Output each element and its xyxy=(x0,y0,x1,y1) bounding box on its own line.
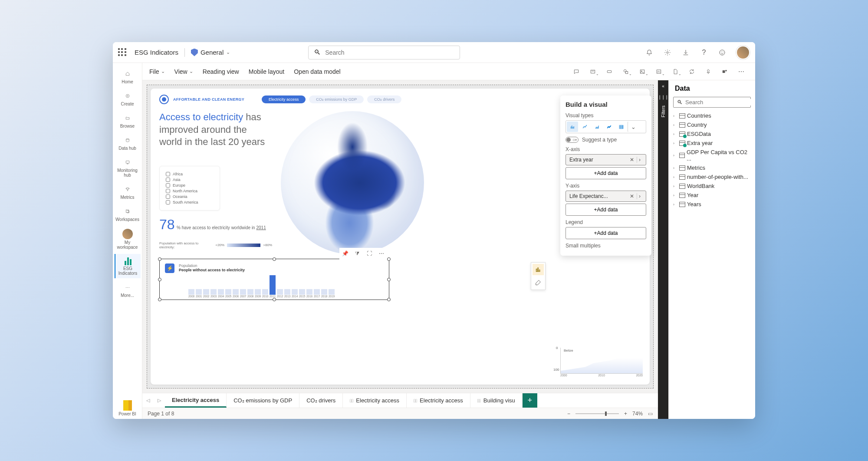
legend-add-data-button[interactable]: +Add data xyxy=(566,227,646,239)
visual-filter-icon[interactable]: ⧩ xyxy=(352,249,362,258)
slicer-item-south-america[interactable]: South America xyxy=(166,200,214,204)
expand-caret-icon[interactable]: › xyxy=(673,202,677,207)
table-item[interactable]: ›Year xyxy=(672,191,752,200)
expand-caret-icon[interactable]: › xyxy=(673,114,677,118)
filters-collapsed-rail[interactable]: « ❘❘❘ Filters xyxy=(658,80,668,419)
page-tab[interactable]: 👁̸Building visu xyxy=(470,393,523,408)
bar[interactable] xyxy=(247,289,253,295)
bar[interactable] xyxy=(203,289,209,295)
expand-caret-icon[interactable]: › xyxy=(673,123,677,127)
zoom-out-button[interactable]: − xyxy=(567,411,570,417)
bar[interactable] xyxy=(240,289,246,295)
page-tab[interactable]: Electricity access xyxy=(165,393,227,408)
pill-co2-gdp[interactable]: CO₂ emissions by GDP xyxy=(309,95,364,103)
bar[interactable] xyxy=(255,289,261,295)
textbox-icon[interactable]: ⌄ xyxy=(586,66,600,78)
visual-icon[interactable]: ⌄ xyxy=(652,66,666,78)
table-item[interactable]: ›number-of-people-with... xyxy=(672,172,752,181)
table-item[interactable]: ›GDP Per Capita vs CO2 ... xyxy=(672,148,752,163)
mini-line-chart[interactable]: 0 Belize 100 200020102020 xyxy=(560,348,643,377)
nav-datahub[interactable]: Data hub xyxy=(115,133,141,153)
visual-more-icon[interactable]: ⋯ xyxy=(377,249,386,258)
nav-create[interactable]: Create xyxy=(115,89,141,109)
zoom-slider[interactable] xyxy=(575,413,619,414)
visual-focus-icon[interactable]: ⛶ xyxy=(365,249,374,258)
remove-field-icon[interactable]: ✕ xyxy=(627,157,637,163)
expand-caret-icon[interactable]: › xyxy=(673,132,677,136)
zoom-in-button[interactable]: + xyxy=(624,411,627,417)
bar-chart-visual-selected[interactable]: 📌 ⧩ ⛶ ⋯ xyxy=(159,259,389,300)
bar[interactable] xyxy=(321,289,327,295)
vistype-line-icon[interactable] xyxy=(579,122,590,132)
expand-caret-icon[interactable]: › xyxy=(673,166,677,170)
page-icon[interactable]: ⌄ xyxy=(668,66,682,78)
bar[interactable] xyxy=(188,289,194,295)
bar[interactable] xyxy=(292,289,298,295)
bar[interactable] xyxy=(270,275,276,295)
overflow-icon[interactable]: ⋯ xyxy=(734,66,748,78)
bar[interactable] xyxy=(299,289,305,295)
slicer-item-oceania[interactable]: Oceania xyxy=(166,194,214,199)
nav-powerbi[interactable]: Power BI xyxy=(115,398,141,419)
notifications-icon[interactable] xyxy=(645,48,654,57)
field-menu-icon[interactable]: › xyxy=(637,193,642,199)
teams-icon[interactable] xyxy=(718,66,732,78)
bar[interactable] xyxy=(329,289,335,295)
vistype-table-icon[interactable] xyxy=(615,122,627,132)
data-search-input[interactable] xyxy=(685,99,755,105)
bar[interactable] xyxy=(306,289,312,295)
table-item[interactable]: ›ESGData xyxy=(672,129,752,138)
fit-page-icon[interactable]: ▭ xyxy=(648,411,653,417)
menu-file[interactable]: File ⌄ xyxy=(149,68,165,75)
app-launcher-icon[interactable] xyxy=(118,48,127,57)
slicer-item-north-america[interactable]: North America xyxy=(166,189,214,193)
image-icon[interactable]: ⌄ xyxy=(635,66,649,78)
slicer-item-europe[interactable]: Europe xyxy=(166,183,214,188)
new-page-button[interactable]: + xyxy=(523,393,537,408)
bar[interactable] xyxy=(210,289,217,295)
slicer-item-africa[interactable]: Africa xyxy=(166,172,214,176)
tab-scroll-right[interactable]: ▷ xyxy=(154,393,165,408)
expand-caret-icon[interactable]: › xyxy=(673,175,677,179)
nav-workspaces[interactable]: Workspaces xyxy=(115,204,141,224)
yaxis-add-data-button[interactable]: +Add data xyxy=(566,204,646,216)
bar[interactable] xyxy=(314,289,320,295)
yaxis-field-well[interactable]: Life Expectanc...✕› xyxy=(566,191,646,202)
format-paint-icon[interactable] xyxy=(533,277,544,288)
vistype-area-icon[interactable] xyxy=(591,122,602,132)
xaxis-add-data-button[interactable]: +Add data xyxy=(566,167,646,179)
data-search-box[interactable]: 🔍︎ xyxy=(673,97,751,108)
nav-metrics[interactable]: Metrics xyxy=(115,182,141,202)
nav-my-workspace[interactable]: My workspace xyxy=(115,226,141,252)
pin-icon[interactable] xyxy=(701,66,715,78)
table-item[interactable]: ›Countries xyxy=(672,111,752,120)
remove-field-icon[interactable]: ✕ xyxy=(627,193,637,199)
nav-monitoring[interactable]: Monitoring hub xyxy=(115,155,141,180)
field-menu-icon[interactable]: › xyxy=(637,157,642,163)
shapes-icon[interactable]: ⌄ xyxy=(619,66,633,78)
menu-view[interactable]: View ⌄ xyxy=(174,68,193,75)
expand-filters-icon[interactable]: « xyxy=(662,84,664,89)
expand-caret-icon[interactable]: › xyxy=(673,153,677,158)
page-tab[interactable]: CO₂ emissions by GDP xyxy=(227,393,299,408)
search-input[interactable] xyxy=(325,49,455,56)
page-tab[interactable]: CO₂ drivers xyxy=(299,393,343,408)
region-slicer[interactable]: Africa Asia Europe North America Oceania… xyxy=(159,166,220,211)
vistype-stacked-area-icon[interactable] xyxy=(603,122,615,132)
table-item[interactable]: ›Metrics xyxy=(672,163,752,172)
chat-icon[interactable] xyxy=(569,66,583,78)
nav-esg-indicators[interactable]: ESG Indicators xyxy=(115,254,141,278)
page-tab[interactable]: 👁̸Electricity access xyxy=(343,393,407,408)
table-item[interactable]: ›Years xyxy=(672,200,752,209)
refresh-icon[interactable] xyxy=(685,66,699,78)
nav-more[interactable]: ⋯More... xyxy=(115,280,141,300)
bar[interactable] xyxy=(196,289,202,295)
bar[interactable] xyxy=(218,289,224,295)
page-tab[interactable]: 👁̸Electricity access xyxy=(407,393,470,408)
pill-electricity[interactable]: Electricity access xyxy=(262,95,306,103)
help-icon[interactable]: ? xyxy=(700,48,708,57)
menu-open-data-model[interactable]: Open data model xyxy=(294,68,340,75)
suggest-toggle[interactable]: Off xyxy=(566,137,579,143)
settings-icon[interactable] xyxy=(663,48,672,57)
vistype-more-dropdown[interactable]: ⌄ xyxy=(628,122,639,132)
